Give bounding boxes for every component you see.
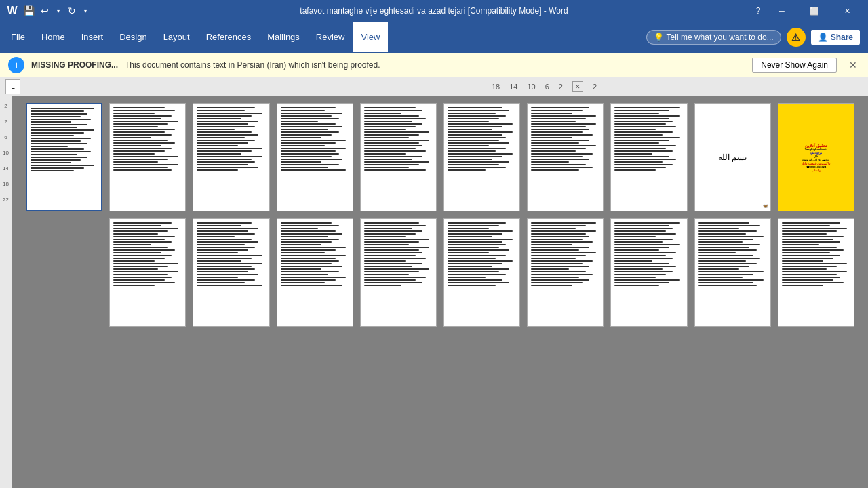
share-button[interactable]: 👤 Share [811,30,860,45]
page-thumb[interactable] [443,103,520,211]
page-thumb[interactable] [26,103,102,211]
notification-text: This document contains text in Persian (… [125,60,745,70]
page-thumb[interactable] [193,218,269,327]
tab-view[interactable]: View [353,22,388,53]
window-controls: ? ─ ⬜ ✕ [751,0,863,22]
undo-button[interactable]: ↩ [38,4,52,18]
tab-layout[interactable]: Layout [155,22,198,53]
quick-access-toolbar: W 💾 ↩ ▾ ↻ ▾ [5,4,90,18]
ruler-close-button[interactable]: ✕ [572,81,583,92]
page-thumb[interactable] [778,218,854,327]
tab-mailings[interactable]: Mailings [259,22,308,53]
tab-insert[interactable]: Insert [73,22,112,53]
ruler-num-6: 6 [545,83,549,91]
page-thumb[interactable] [277,218,353,327]
ruler-numbers: 18 14 10 6 2 ✕ 2 [492,81,597,92]
tab-stop-button[interactable]: L [5,79,20,94]
ribbon-right-area: 💡 Tell me what you want to do... ⚠ 👤 Sha… [646,22,865,53]
ruler-v-18: 18 [3,181,9,187]
close-button[interactable]: ✕ [831,0,863,22]
ruler-num-2: 2 [559,83,563,91]
undo-dropdown[interactable]: ▾ [54,4,62,18]
never-show-again-button[interactable]: Never Show Again [752,58,837,73]
page-thumb[interactable] [527,103,604,211]
ribbon: File Home Insert Design Layout Reference… [0,22,868,53]
notification-bar: i MISSING PROOFING... This document cont… [0,53,868,77]
minimize-button[interactable]: ─ [766,0,797,22]
customize-qat-dropdown[interactable]: ▾ [81,4,90,18]
ruler-bar: L 18 14 10 6 2 ✕ 2 [0,77,868,96]
thumbnails-grid: بسم الله 🦋 تحقیق آنلاین Tahghighonline.i… [26,103,854,327]
save-button[interactable]: 💾 [22,4,35,18]
ruler-num-10: 10 [527,83,535,91]
tab-home[interactable]: Home [33,22,73,53]
warning-icon[interactable]: ⚠ [787,28,806,47]
ruler-v-22: 22 [3,197,9,203]
page-thumb[interactable] [109,103,186,211]
page-thumb[interactable] [193,103,269,211]
page-thumb[interactable] [610,103,687,211]
main-area: 2 2 6 10 14 18 22 بسم الله 🦋 تحقیق آنلای… [0,96,868,488]
tell-me-text: Tell me what you want to do... [667,33,774,42]
page-thumb[interactable] [694,218,771,327]
page-thumb[interactable] [610,218,687,327]
title-bar: W 💾 ↩ ▾ ↻ ▾ tafavot mantaghe vije eghtes… [0,0,868,22]
restore-button[interactable]: ⬜ [799,0,830,22]
help-button[interactable]: ? [751,4,765,18]
ruler-num-2b: 2 [593,83,597,91]
notification-title: MISSING PROOFING... [31,60,118,70]
page-thumb[interactable] [277,103,353,211]
ruler-num-14: 14 [509,83,517,91]
ruler-v-6: 6 [4,134,7,140]
page-thumb[interactable]: بسم الله 🦋 [694,103,771,211]
ruler-num-18: 18 [492,83,500,91]
left-ruler: 2 2 6 10 14 18 22 [0,96,12,488]
page-thumb[interactable] [443,218,520,327]
window-title: tafavot mantaghe vije eghtesadi va azad … [300,6,568,16]
info-icon: i [8,57,24,73]
notification-close-button[interactable]: ✕ [846,58,860,72]
share-label: Share [831,33,853,42]
tab-file[interactable]: File [3,22,33,53]
page-thumb[interactable] [360,103,437,211]
ruler-v-14: 14 [3,165,9,171]
page-thumb[interactable] [527,218,604,327]
person-icon: 👤 [818,33,828,42]
redo-button[interactable]: ↻ [65,4,79,18]
page-thumb[interactable] [109,218,186,327]
tab-references[interactable]: References [198,22,259,53]
tab-review[interactable]: Review [308,22,353,53]
tell-me-input[interactable]: 💡 Tell me what you want to do... [646,30,781,45]
word-icon: W [5,4,19,18]
ruler-v-2b: 2 [4,119,7,125]
tab-design[interactable]: Design [111,22,155,53]
ruler-v-2a: 2 [4,103,7,109]
lightbulb-icon: 💡 [654,33,664,42]
ruler-v-10: 10 [3,150,9,156]
page-thumb[interactable] [360,218,437,327]
page-thumbnails-area: بسم الله 🦋 تحقیق آنلاین Tahghighonline.i… [12,96,868,488]
page-thumb[interactable]: تحقیق آنلاین Tahghighonline.ir مرجع دانل… [778,103,854,211]
